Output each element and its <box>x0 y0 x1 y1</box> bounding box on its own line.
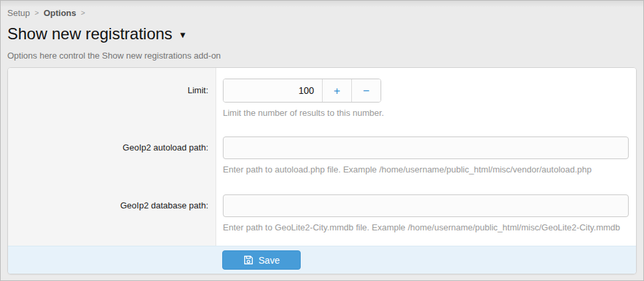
breadcrumb: Setup>Options> <box>7 7 635 19</box>
breadcrumb-setup[interactable]: Setup <box>7 8 30 18</box>
breadcrumb-options[interactable]: Options <box>43 8 76 18</box>
save-bar: Save <box>8 246 636 274</box>
options-form-body: Limit: + − Limit the number of results t… <box>8 68 636 246</box>
autoload-path-content: Enter path to autoload.php file. Example… <box>216 137 636 174</box>
breadcrumb-separator: > <box>35 9 39 17</box>
decrement-button[interactable]: − <box>351 79 381 102</box>
limit-label: Limit: <box>8 79 216 118</box>
database-path-content: Enter path to GeoLite2-City.mmdb file. E… <box>216 194 636 232</box>
autoload-path-input[interactable] <box>223 137 629 159</box>
database-path-hint: Enter path to GeoLite2-City.mmdb file. E… <box>223 222 629 232</box>
breadcrumb-separator: > <box>81 9 85 17</box>
admin-options-page: Setup>Options> Show new registrations ▼ … <box>0 0 644 281</box>
page-subtitle: Options here control the Show new regist… <box>7 51 635 61</box>
limit-number-group: + − <box>223 79 381 103</box>
page-title-menu[interactable]: Show new registrations ▼ <box>7 25 187 43</box>
autoload-path-hint: Enter path to autoload.php file. Example… <box>223 164 629 174</box>
option-row-database-path: GeoIp2 database path: Enter path to GeoL… <box>8 194 636 232</box>
options-form-card: Limit: + − Limit the number of results t… <box>7 67 637 274</box>
option-row-limit: Limit: + − Limit the number of results t… <box>8 79 636 118</box>
database-path-label: GeoIp2 database path: <box>8 194 216 232</box>
save-button-label: Save <box>259 255 280 266</box>
limit-hint: Limit the number of results to this numb… <box>223 108 629 118</box>
save-button[interactable]: Save <box>222 250 301 270</box>
limit-content: + − Limit the number of results to this … <box>216 79 636 118</box>
page-title: Show new registrations <box>7 25 172 43</box>
option-row-autoload-path: GeoIp2 autoload path: Enter path to auto… <box>8 137 636 174</box>
database-path-input[interactable] <box>223 194 629 217</box>
page-header: Setup>Options> Show new registrations ▼ … <box>7 7 635 61</box>
increment-button[interactable]: + <box>322 79 351 102</box>
limit-input[interactable] <box>224 79 322 102</box>
chevron-down-icon: ▼ <box>178 26 187 45</box>
autoload-path-label: GeoIp2 autoload path: <box>8 137 216 174</box>
save-floppy-icon <box>243 255 253 265</box>
